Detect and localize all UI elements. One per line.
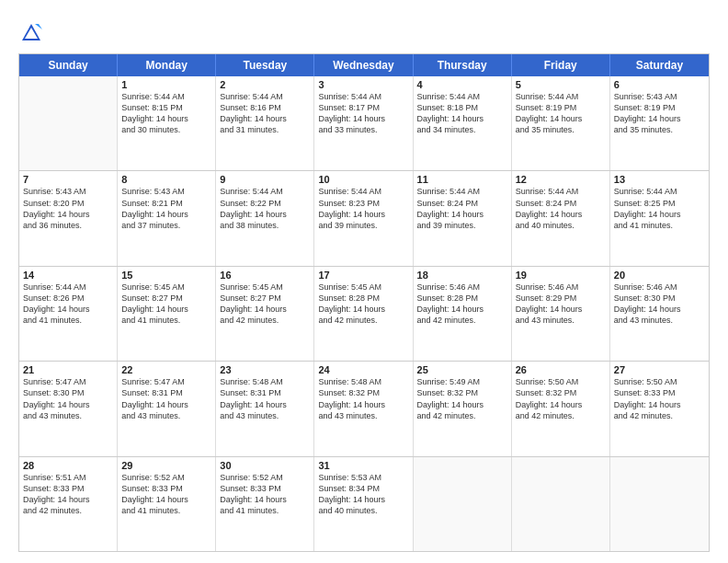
cell-line: Daylight: 14 hours [121, 304, 211, 315]
header [18, 17, 710, 46]
calendar-header-cell: Thursday [414, 54, 512, 76]
calendar-cell: 23Sunrise: 5:48 AMSunset: 8:31 PMDayligh… [216, 362, 314, 455]
day-number: 24 [318, 364, 408, 375]
calendar-cell: 8Sunrise: 5:43 AMSunset: 8:21 PMDaylight… [118, 171, 216, 265]
cell-line: Sunset: 8:33 PM [23, 483, 113, 494]
cell-line: Sunrise: 5:49 AM [417, 376, 507, 387]
cell-line: Daylight: 14 hours [23, 304, 113, 315]
cell-line: Daylight: 14 hours [614, 113, 705, 124]
calendar-cell [512, 457, 610, 551]
calendar-cell: 15Sunrise: 5:45 AMSunset: 8:27 PMDayligh… [118, 267, 216, 361]
day-number: 31 [318, 460, 408, 471]
day-number: 10 [318, 174, 408, 185]
cell-line: and 42 minutes. [516, 410, 606, 421]
cell-line: Daylight: 14 hours [23, 209, 113, 220]
cell-line: Daylight: 14 hours [516, 399, 606, 410]
cell-line: and 43 minutes. [614, 315, 705, 326]
day-number: 18 [417, 270, 507, 281]
cell-line: Daylight: 14 hours [23, 399, 113, 410]
calendar-header-cell: Friday [512, 54, 610, 76]
cell-line: Sunrise: 5:44 AM [121, 91, 211, 102]
cell-line: Sunset: 8:21 PM [121, 198, 211, 209]
cell-line: and 40 minutes. [516, 220, 606, 231]
cell-line: Daylight: 14 hours [417, 304, 507, 315]
cell-line: and 35 minutes. [614, 124, 705, 135]
calendar-header-cell: Wednesday [314, 54, 413, 76]
cell-line: Sunrise: 5:50 AM [614, 376, 705, 387]
cell-line: Sunrise: 5:46 AM [417, 282, 507, 293]
day-number: 21 [23, 364, 113, 375]
cell-line: Sunset: 8:29 PM [516, 293, 606, 304]
cell-line: Sunset: 8:31 PM [220, 387, 310, 398]
calendar-header-cell: Saturday [610, 54, 709, 76]
cell-line: Sunset: 8:19 PM [516, 102, 606, 113]
calendar-week: 1Sunrise: 5:44 AMSunset: 8:15 PMDaylight… [19, 76, 709, 170]
day-number: 8 [121, 174, 211, 185]
calendar-cell [414, 457, 512, 551]
cell-line: Sunset: 8:22 PM [220, 198, 310, 209]
cell-line: and 39 minutes. [417, 220, 507, 231]
day-number: 20 [614, 270, 705, 281]
cell-line: Daylight: 14 hours [417, 209, 507, 220]
cell-line: Sunset: 8:20 PM [23, 198, 113, 209]
cell-line: and 40 minutes. [318, 505, 408, 516]
cell-line: and 43 minutes. [220, 410, 310, 421]
calendar-cell: 30Sunrise: 5:52 AMSunset: 8:33 PMDayligh… [216, 457, 314, 551]
cell-line: Daylight: 14 hours [614, 209, 705, 220]
cell-line: and 38 minutes. [220, 220, 310, 231]
calendar-cell: 14Sunrise: 5:44 AMSunset: 8:26 PMDayligh… [19, 267, 118, 361]
cell-line: Daylight: 14 hours [23, 494, 113, 505]
cell-line: and 41 minutes. [121, 505, 211, 516]
cell-line: Sunrise: 5:43 AM [121, 186, 211, 197]
cell-line: Sunset: 8:31 PM [121, 387, 211, 398]
cell-line: Sunset: 8:19 PM [614, 102, 705, 113]
cell-line: Sunrise: 5:52 AM [121, 472, 211, 483]
calendar-cell: 18Sunrise: 5:46 AMSunset: 8:28 PMDayligh… [414, 267, 512, 361]
day-number: 4 [417, 79, 507, 90]
calendar-cell: 19Sunrise: 5:46 AMSunset: 8:29 PMDayligh… [512, 267, 610, 361]
cell-line: Sunrise: 5:47 AM [121, 376, 211, 387]
cell-line: Sunset: 8:33 PM [614, 387, 705, 398]
cell-line: Sunrise: 5:44 AM [417, 91, 507, 102]
cell-line: Daylight: 14 hours [417, 113, 507, 124]
day-number: 9 [220, 174, 310, 185]
cell-line: Daylight: 14 hours [516, 304, 606, 315]
cell-line: Daylight: 14 hours [220, 399, 310, 410]
cell-line: Sunrise: 5:43 AM [23, 186, 113, 197]
day-number: 2 [220, 79, 310, 90]
cell-line: Sunset: 8:24 PM [417, 198, 507, 209]
cell-line: Sunset: 8:32 PM [516, 387, 606, 398]
calendar-week: 28Sunrise: 5:51 AMSunset: 8:33 PMDayligh… [19, 456, 709, 551]
cell-line: Sunset: 8:28 PM [417, 293, 507, 304]
cell-line: Daylight: 14 hours [318, 209, 408, 220]
cell-line: Daylight: 14 hours [220, 113, 310, 124]
cell-line: and 41 minutes. [220, 505, 310, 516]
day-number: 13 [614, 174, 705, 185]
cell-line: Sunrise: 5:45 AM [220, 282, 310, 293]
cell-line: Sunset: 8:32 PM [417, 387, 507, 398]
cell-line: Sunrise: 5:44 AM [516, 186, 606, 197]
day-number: 25 [417, 364, 507, 375]
calendar-cell: 21Sunrise: 5:47 AMSunset: 8:30 PMDayligh… [19, 362, 118, 455]
day-number: 14 [23, 270, 113, 281]
page: SundayMondayTuesdayWednesdayThursdayFrid… [0, 0, 728, 563]
cell-line: and 42 minutes. [417, 315, 507, 326]
cell-line: and 42 minutes. [614, 410, 705, 421]
cell-line: Daylight: 14 hours [614, 304, 705, 315]
calendar-header-cell: Monday [118, 54, 216, 76]
calendar-body: 1Sunrise: 5:44 AMSunset: 8:15 PMDaylight… [19, 76, 709, 551]
cell-line: Sunrise: 5:45 AM [318, 282, 408, 293]
calendar-header-cell: Tuesday [216, 54, 314, 76]
calendar-header-cell: Sunday [19, 54, 118, 76]
calendar-cell: 4Sunrise: 5:44 AMSunset: 8:18 PMDaylight… [414, 76, 512, 170]
cell-line: and 41 minutes. [23, 315, 113, 326]
calendar-cell: 16Sunrise: 5:45 AMSunset: 8:27 PMDayligh… [216, 267, 314, 361]
cell-line: Daylight: 14 hours [318, 399, 408, 410]
cell-line: Sunrise: 5:44 AM [220, 91, 310, 102]
cell-line: Sunset: 8:17 PM [318, 102, 408, 113]
cell-line: Sunset: 8:33 PM [121, 483, 211, 494]
day-number: 28 [23, 460, 113, 471]
calendar-header: SundayMondayTuesdayWednesdayThursdayFrid… [19, 54, 709, 76]
day-number: 26 [516, 364, 606, 375]
cell-line: Daylight: 14 hours [318, 304, 408, 315]
